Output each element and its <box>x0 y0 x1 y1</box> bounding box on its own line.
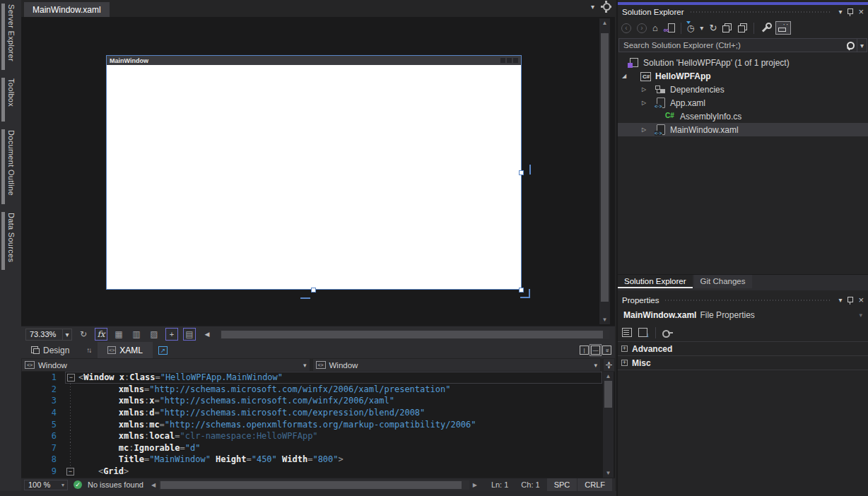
chevron-down-icon[interactable]: ▾ <box>594 362 597 369</box>
code-text[interactable]: Title="MainWindow" Height="450" Width="8… <box>78 454 344 464</box>
code-line[interactable]: 4 xmlns:d="http://schemas.microsoft.com/… <box>21 407 615 419</box>
code-line[interactable]: 6 xmlns:local="clr-namespace:HelloWPFApp… <box>21 430 615 442</box>
categorized-view-icon[interactable] <box>622 328 632 337</box>
resize-handle-bottom[interactable] <box>311 288 316 293</box>
tree-item[interactable]: ◢HelloWPFApp <box>618 69 868 83</box>
space-mode-toggle[interactable]: SPC <box>546 478 577 492</box>
editor-horizontal-scrollbar[interactable]: ◀ ▶ <box>149 480 479 490</box>
window-position-icon[interactable]: ▾ <box>838 8 842 16</box>
chevron-down-icon[interactable]: ▾ <box>62 329 71 340</box>
code-line[interactable]: 7 mc:Ignorable="d" <box>21 442 615 454</box>
tree-item[interactable]: Solution 'HelloWPFApp' (1 of 1 project) <box>618 56 868 69</box>
scrollbar-thumb[interactable] <box>601 33 609 302</box>
close-icon[interactable]: × <box>858 7 864 16</box>
code-text[interactable]: xmlns:x="http://schemas.microsoft.com/wi… <box>78 396 394 406</box>
code-text[interactable]: <Grid> <box>78 466 129 476</box>
designer-zoom-combo[interactable]: 73.33% ▾ <box>25 329 72 341</box>
search-input[interactable] <box>619 41 846 49</box>
code-line[interactable]: 5 xmlns:mc="http://schemas.openxmlformat… <box>21 418 615 430</box>
line-number[interactable]: 3 <box>21 396 65 406</box>
vertical-split-button[interactable]: | <box>580 346 589 355</box>
line-number[interactable]: 5 <box>21 420 65 430</box>
back-icon[interactable]: ‹ <box>621 23 631 33</box>
scrollbar-thumb[interactable] <box>221 331 603 338</box>
chevron-down-icon[interactable]: ▾ <box>303 362 307 369</box>
collapsed-arrow-icon[interactable]: ▷ <box>639 100 649 106</box>
code-text[interactable]: xmlns:mc="http://schemas.openxmlformats.… <box>78 420 476 430</box>
code-line[interactable]: 9− <Grid> <box>21 466 615 478</box>
pin-icon[interactable] <box>847 296 853 305</box>
splitter-grip-button[interactable]: ▲▼ <box>603 358 615 372</box>
expand-plus-icon[interactable]: + <box>621 360 628 366</box>
code-line[interactable]: 2 xmlns="http://schemas.microsoft.com/wi… <box>21 384 615 396</box>
code-line[interactable]: 8 Title="MainWindow" Height="450" Width=… <box>21 454 615 466</box>
code-text[interactable]: mc:Ignorable="d" <box>78 443 200 453</box>
code-text[interactable]: xmlns="http://schemas.microsoft.com/winf… <box>78 384 450 394</box>
designer-horizontal-scrollbar[interactable] <box>220 330 609 339</box>
sidebar-item-data-sources[interactable]: Data Sources <box>0 211 21 271</box>
collapse-pane-button[interactable]: « <box>602 346 611 355</box>
fold-collapse-icon[interactable]: − <box>66 468 74 476</box>
line-number[interactable]: 6 <box>21 431 65 441</box>
tab-mainwindow-xaml[interactable]: MainWindow.xaml <box>24 2 110 17</box>
scroll-down-icon[interactable]: ▼ <box>606 468 611 478</box>
resize-handle-right[interactable] <box>519 170 524 175</box>
object-dropdown-icon[interactable]: ▾ <box>859 312 862 319</box>
search-options-icon[interactable]: ▾ <box>857 39 867 52</box>
sidebar-item-toolbox[interactable]: Toolbox <box>0 77 21 122</box>
line-number[interactable]: 4 <box>21 408 65 418</box>
xaml-designer-surface[interactable]: MainWindow ▲ ▼ <box>21 17 615 326</box>
property-key-icon[interactable] <box>662 329 674 337</box>
code-text[interactable]: xmlns:local="clr-namespace:HelloWPFApp" <box>78 431 318 441</box>
home-icon[interactable]: ⌂ <box>652 23 658 33</box>
refresh-designer-icon[interactable]: ↻ <box>77 328 90 341</box>
fold-collapse-icon[interactable]: − <box>67 374 75 382</box>
scroll-left-icon[interactable]: ◀ <box>201 328 213 341</box>
line-number[interactable]: 2 <box>21 384 65 394</box>
scrollbar-thumb[interactable] <box>604 381 612 408</box>
snap-to-grid-icon[interactable]: ▥ <box>130 328 143 341</box>
breadcrumb-left-window[interactable]: <> Window ▾ <box>21 358 310 372</box>
tab-git-changes[interactable]: Git Changes <box>694 275 752 288</box>
scroll-down-icon[interactable]: ▼ <box>602 315 608 324</box>
tree-item[interactable]: ▷MainWindow.xaml <box>618 123 868 136</box>
section-misc[interactable]: + Misc <box>618 355 868 370</box>
refresh-icon[interactable]: ↻ <box>709 23 717 33</box>
section-advanced[interactable]: + Advanced <box>618 341 868 355</box>
design-artboard-window[interactable]: MainWindow <box>106 55 522 290</box>
window-position-icon[interactable]: ▾ <box>838 297 842 304</box>
scrollbar-thumb[interactable] <box>160 481 462 489</box>
filter-dropdown-icon[interactable]: ▾ <box>700 25 703 32</box>
snap-to-snaplines-button[interactable]: + <box>165 328 178 341</box>
sidebar-item-document-outline[interactable]: Document Outline <box>0 129 21 205</box>
pin-icon[interactable] <box>847 8 853 16</box>
xaml-code-editor[interactable]: 1−<Window x:Class="HelloWPFApp.MainWindo… <box>21 372 615 478</box>
show-all-files-icon[interactable] <box>738 23 748 33</box>
scroll-up-icon[interactable]: ▲ <box>606 372 611 381</box>
chevron-down-icon[interactable]: ▾ <box>59 482 67 488</box>
tab-design[interactable]: Design <box>21 342 79 358</box>
expanded-arrow-icon[interactable]: ◢ <box>619 73 629 79</box>
show-snaplines-icon[interactable]: ▨ <box>148 328 160 341</box>
tree-item[interactable]: ▷Dependencies <box>618 83 868 96</box>
editor-zoom-combo[interactable]: 100 % ▾ <box>24 480 68 490</box>
horizontal-split-button[interactable]: — <box>591 346 600 355</box>
scroll-right-icon[interactable]: ▶ <box>471 482 479 488</box>
show-grid-icon[interactable]: ▦ <box>112 328 125 341</box>
editor-vertical-scrollbar[interactable]: ▲ ▼ <box>603 372 614 478</box>
swap-panes-button[interactable]: ↑↓ <box>79 346 98 354</box>
sync-with-active-document-icon[interactable] <box>664 23 675 33</box>
designer-vertical-scrollbar[interactable]: ▲ ▼ <box>599 18 610 324</box>
tree-item[interactable]: ▷App.xaml <box>618 96 868 110</box>
breadcrumb-right-window[interactable]: <> Window ▾ <box>312 358 602 372</box>
collapsed-arrow-icon[interactable]: ▷ <box>639 86 649 93</box>
code-text[interactable]: xmlns:d="http://schemas.microsoft.com/ex… <box>78 408 425 418</box>
close-icon[interactable]: × <box>858 295 864 305</box>
line-number[interactable]: 7 <box>21 443 65 453</box>
scroll-left-icon[interactable]: ◀ <box>149 482 158 488</box>
alphabetical-sort-icon[interactable] <box>638 328 649 337</box>
properties-wrench-icon[interactable] <box>760 23 770 33</box>
issues-status[interactable]: No issues found <box>88 480 143 489</box>
line-number[interactable]: 8 <box>21 454 65 464</box>
line-number[interactable]: 1 <box>21 372 65 382</box>
